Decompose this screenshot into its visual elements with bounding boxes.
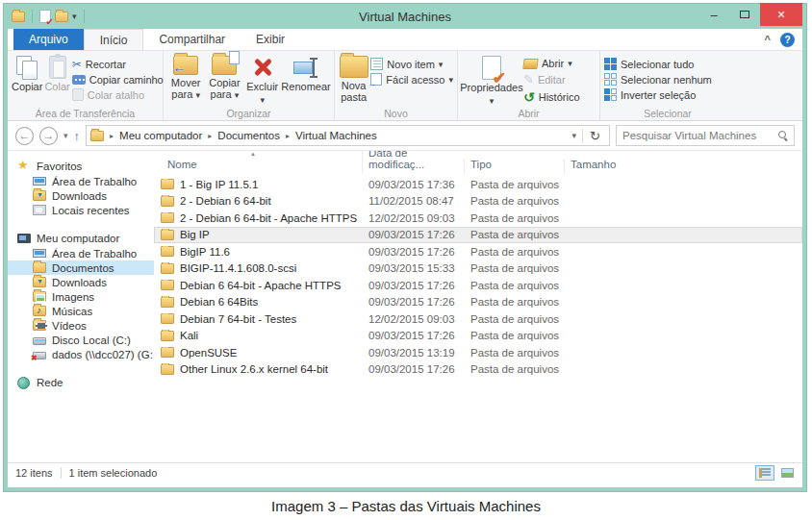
tab-inicio[interactable]: Início <box>84 29 144 50</box>
computer-icon <box>17 234 31 243</box>
paste-button: Colar <box>44 54 69 92</box>
back-button[interactable]: ← <box>15 127 34 145</box>
select-all-button[interactable]: Selecionar tudo <box>604 58 712 70</box>
file-name: 2 - Debian 6 64-bit - Apache HTTPS <box>180 212 357 224</box>
cut-button[interactable]: ✂ Recortar <box>72 58 164 71</box>
table-row[interactable]: Big IP 09/03/2015 17:26 Pasta de arquivo… <box>154 227 802 244</box>
sidebar-item-dados-dcc027-g[interactable]: dados (\\dcc027) (G: <box>8 347 154 361</box>
paste-shortcut-icon <box>72 88 84 101</box>
copy-button[interactable]: Copiar <box>12 54 42 92</box>
table-row[interactable]: 2 - Debian 6 64-bit - Apache HTTPS 12/02… <box>154 210 802 227</box>
sidebar-section-favoritos[interactable]: Favoritos <box>8 159 154 174</box>
forward-button[interactable]: → <box>39 127 58 145</box>
file-date: 09/03/2015 13:19 <box>363 347 465 359</box>
folder-icon <box>33 262 46 273</box>
invert-selection-button[interactable]: Inverter seleção <box>604 88 712 101</box>
ribbon-tabs: Arquivo Início Compartilhar Exibir ^ ? <box>8 29 802 51</box>
up-button[interactable]: ↑ <box>74 129 81 143</box>
collapse-ribbon-icon[interactable]: ^ <box>765 34 771 45</box>
sidebar-item-downloads[interactable]: Downloads <box>8 188 154 203</box>
copy-to-button[interactable]: Copiar para ▾ <box>206 54 242 101</box>
pictures-icon <box>33 291 46 302</box>
status-bar: 12 itens 1 item selecionado <box>8 462 802 483</box>
new-item-button[interactable]: Novo item ▾ <box>370 58 453 70</box>
scissors-icon: ✂ <box>72 58 82 71</box>
file-name: 2 - Debian 6 64-bit <box>180 195 271 207</box>
new-folder-button[interactable]: Nova pasta <box>339 54 368 103</box>
sidebar-section: Meu computador Área de Trabalho Document… <box>8 231 154 361</box>
sidebar-item-videos[interactable]: Vídeos <box>8 318 154 333</box>
table-row[interactable]: Debian 7 64-bit - Testes 12/02/2015 09:0… <box>154 310 802 328</box>
folder-icon <box>161 196 174 207</box>
desktop-icon <box>33 177 46 186</box>
minimize-button[interactable]: – <box>698 3 729 26</box>
table-row[interactable]: Other Linux 2.6.x kernel 64-bit 09/03/20… <box>154 361 802 379</box>
copy-path-button[interactable]: Copiar caminho <box>72 74 164 86</box>
table-row[interactable]: Kali 09/03/2015 17:26 Pasta de arquivos <box>154 328 802 345</box>
sidebar-section: Favoritos Área de Trabalho Downloads Loc… <box>8 159 154 217</box>
history-button[interactable]: ↺ Histórico <box>523 89 580 105</box>
refresh-icon[interactable]: ↻ <box>582 129 607 143</box>
group-label: Novo <box>335 108 457 119</box>
column-header-nome[interactable]: Nome <box>154 159 362 174</box>
thumbnails-view-button[interactable] <box>777 465 797 481</box>
history-icon: ↺ <box>523 89 535 105</box>
folder-icon <box>161 212 174 223</box>
table-row[interactable]: BigIP 11.6 09/03/2015 17:26 Pasta de arq… <box>154 243 802 260</box>
column-header-tipo[interactable]: Tipo <box>464 159 564 174</box>
sidebar-item-area-de-trabalho[interactable]: Área de Trabalho <box>8 246 154 260</box>
table-row[interactable]: OpenSUSE 09/03/2015 13:19 Pasta de arqui… <box>154 344 802 361</box>
paste-icon <box>49 56 66 79</box>
open-button[interactable]: Abrir ▾ <box>523 58 580 69</box>
edit-icon: ✎ <box>523 72 534 87</box>
table-row[interactable]: Debian 6 64Bits 09/03/2015 17:26 Pasta d… <box>154 294 802 311</box>
sidebar-section-meu-computador[interactable]: Meu computador <box>8 231 154 246</box>
easy-access-button[interactable]: Fácil acesso ▾ <box>370 73 453 86</box>
delete-button[interactable]: Excluir ▾ <box>245 54 280 106</box>
table-row[interactable]: BIGIP-11.4.1.608.0-scsi 09/03/2015 15:33… <box>154 260 802 278</box>
search-input[interactable] <box>622 130 774 141</box>
breadcrumb-item[interactable]: Documentos <box>217 130 280 141</box>
details-view-button[interactable] <box>755 465 774 481</box>
sidebar-item-musicas[interactable]: Músicas <box>8 304 154 318</box>
sidebar-item-locais-recentes[interactable]: Locais recentes <box>8 203 154 217</box>
properties-button[interactable]: Propriedades ▾ <box>462 54 521 107</box>
column-header-tamanho[interactable]: Tamanho <box>564 159 641 174</box>
sidebar-item-area-de-trabalho[interactable]: Área de Trabalho <box>8 174 154 188</box>
downloads-icon <box>33 190 46 201</box>
close-button[interactable]: × <box>760 3 802 26</box>
breadcrumb-item[interactable]: Virtual Machines <box>295 130 377 141</box>
folder-icon <box>161 297 174 308</box>
help-icon[interactable]: ? <box>780 33 795 47</box>
table-row[interactable]: 2 - Debian 6 64-bit 11/02/2015 08:47 Pas… <box>154 193 802 210</box>
sidebar-section-rede[interactable]: Rede <box>8 375 154 390</box>
select-none-button[interactable]: Selecionar nenhum <box>604 73 712 86</box>
search-icon[interactable] <box>778 131 788 140</box>
move-to-button[interactable]: ← Mover para ▾ <box>167 54 204 101</box>
tab-arquivo[interactable]: Arquivo <box>13 29 84 50</box>
move-to-icon: ← <box>173 56 198 75</box>
maximize-button[interactable] <box>729 3 760 26</box>
file-type: Pasta de arquivos <box>465 296 565 308</box>
rename-button[interactable]: Renomear <box>282 54 330 92</box>
recent-locations-icon[interactable]: ▾ <box>63 131 68 140</box>
file-name: Big IP <box>180 229 210 240</box>
sidebar-item-downloads[interactable]: Downloads <box>8 275 154 289</box>
tab-compartilhar[interactable]: Compartilhar <box>143 29 241 50</box>
sidebar-item-documentos[interactable]: Documentos <box>8 260 154 275</box>
sidebar-item-imagens[interactable]: Imagens <box>8 289 154 304</box>
table-row[interactable]: 1 - Big IP 11.5.1 09/03/2015 17:36 Pasta… <box>154 176 802 193</box>
address-bar[interactable]: ▸ Meu computador ▸ Documentos ▸ Virtual … <box>86 125 610 146</box>
file-date: 09/03/2015 17:26 <box>363 363 465 375</box>
tab-exibir[interactable]: Exibir <box>241 29 300 50</box>
sidebar-item-disco-local-c[interactable]: Disco Local (C:) <box>8 333 154 347</box>
file-type: Pasta de arquivos <box>465 195 565 207</box>
file-date: 09/03/2015 17:26 <box>363 296 465 308</box>
table-row[interactable]: Debian 6 64-bit - Apache HTTPS 09/03/201… <box>154 277 802 294</box>
address-dropdown-icon[interactable]: ▾ <box>567 131 583 140</box>
file-type: Pasta de arquivos <box>465 330 565 341</box>
column-header-data[interactable]: Data de modificaç... <box>362 151 464 174</box>
select-all-icon <box>604 58 617 70</box>
selection-count: 1 item selecionado <box>69 467 158 479</box>
breadcrumb-item[interactable]: Meu computador <box>119 130 202 141</box>
